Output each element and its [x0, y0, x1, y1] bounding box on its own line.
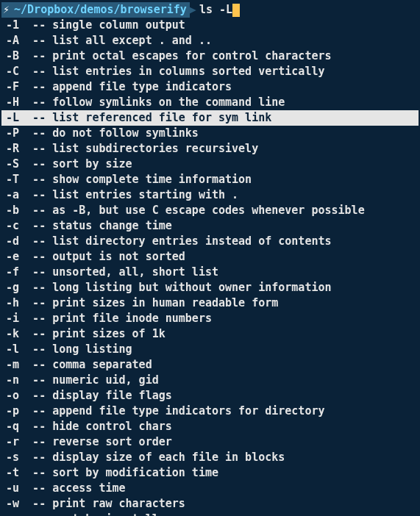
- option-separator: --: [19, 342, 52, 357]
- completion-item[interactable]: -e -- output is not sorted: [1, 249, 419, 265]
- option-description: list entries starting with .: [52, 187, 238, 203]
- completion-item[interactable]: -g -- long listing but without owner inf…: [1, 280, 419, 295]
- option-description: unsorted, all, short list: [52, 265, 218, 280]
- completion-item[interactable]: -P -- do not follow symlinks: [1, 126, 419, 141]
- option-separator: --: [19, 326, 52, 342]
- option-description: list all except . and ..: [52, 33, 212, 49]
- option-description: print file inode numbers: [52, 311, 212, 326]
- completion-item[interactable]: -x -- sort horizontally: [1, 512, 419, 516]
- option-description: list directory entries instead of conten…: [52, 234, 331, 249]
- completion-item[interactable]: -a -- list entries starting with .: [1, 187, 419, 203]
- option-flag: -H: [6, 95, 19, 110]
- option-flag: -r: [6, 434, 19, 450]
- option-description: sort by modification time: [52, 465, 218, 481]
- completion-item[interactable]: -m -- comma separated: [1, 357, 419, 373]
- option-flag: -C: [6, 64, 19, 79]
- option-flag: -s: [6, 450, 19, 465]
- option-flag: -q: [6, 419, 19, 434]
- completion-item[interactable]: -l -- long listing: [1, 342, 419, 357]
- option-description: show complete time information: [52, 172, 252, 187]
- option-flag: -B: [6, 49, 19, 64]
- option-flag: -T: [6, 172, 19, 187]
- completion-item[interactable]: -o -- display file flags: [1, 388, 419, 404]
- option-flag: -c: [6, 218, 19, 234]
- completion-item[interactable]: -n -- numeric uid, gid: [1, 373, 419, 388]
- completion-item[interactable]: -1 -- single column output: [1, 18, 419, 33]
- option-flag: -t: [6, 465, 19, 481]
- option-description: append file type indicators: [52, 79, 232, 95]
- option-description: do not follow symlinks: [52, 126, 199, 141]
- completion-item[interactable]: -f -- unsorted, all, short list: [1, 265, 419, 280]
- option-flag: -d: [6, 234, 19, 249]
- option-flag: -o: [6, 388, 19, 404]
- option-description: access time: [52, 481, 125, 496]
- option-flag: -b: [6, 203, 19, 218]
- option-flag: -u: [6, 481, 19, 496]
- option-separator: --: [19, 64, 52, 79]
- option-separator: --: [19, 496, 52, 512]
- completion-item[interactable]: -b -- as -B, but use C escape codes when…: [1, 203, 419, 218]
- completion-item[interactable]: -s -- display size of each file in block…: [1, 450, 419, 465]
- option-separator: --: [19, 157, 52, 172]
- option-separator: --: [19, 419, 52, 434]
- completion-item[interactable]: -k -- print sizes of 1k: [1, 326, 419, 342]
- option-flag: -P: [6, 126, 19, 141]
- completion-item[interactable]: -S -- sort by size: [1, 157, 419, 172]
- option-separator: --: [19, 234, 52, 249]
- option-flag: -L: [6, 110, 19, 126]
- option-flag: -g: [6, 280, 19, 295]
- option-separator: --: [19, 357, 52, 373]
- option-description: reverse sort order: [52, 434, 172, 450]
- completion-list[interactable]: -1 -- single column output-A -- list all…: [1, 18, 419, 516]
- option-flag: -l: [6, 342, 19, 357]
- option-flag: -S: [6, 157, 19, 172]
- option-description: numeric uid, gid: [52, 373, 159, 388]
- option-separator: --: [19, 280, 52, 295]
- prompt-line[interactable]: ⚡ ~/Dropbox/demos/browserify ▶ ls -L: [1, 2, 419, 18]
- option-description: as -B, but use C escape codes whenever p…: [52, 203, 364, 218]
- completion-item[interactable]: -d -- list directory entries instead of …: [1, 234, 419, 249]
- option-flag: -p: [6, 404, 19, 419]
- option-flag: -n: [6, 373, 19, 388]
- option-separator: --: [19, 388, 52, 404]
- option-flag: -e: [6, 249, 19, 265]
- option-separator: --: [19, 295, 52, 311]
- option-description: single column output: [52, 18, 185, 33]
- option-flag: -k: [6, 326, 19, 342]
- completion-item[interactable]: -T -- show complete time information: [1, 172, 419, 187]
- option-description: display file flags: [52, 388, 172, 404]
- completion-item[interactable]: -p -- append file type indicators for di…: [1, 404, 419, 419]
- completion-item[interactable]: -q -- hide control chars: [1, 419, 419, 434]
- option-description: print octal escapes for control characte…: [52, 49, 331, 64]
- option-separator: --: [19, 465, 52, 481]
- completion-item[interactable]: -A -- list all except . and ..: [1, 33, 419, 49]
- prompt-arrow-icon: ▶: [190, 2, 196, 18]
- completion-item[interactable]: -C -- list entries in columns sorted ver…: [1, 64, 419, 79]
- completion-item[interactable]: -h -- print sizes in human readable form: [1, 295, 419, 311]
- option-description: list entries in columns sorted verticall…: [52, 64, 324, 79]
- cursor: [232, 4, 240, 17]
- option-description: output is not sorted: [52, 249, 185, 265]
- option-separator: --: [19, 126, 52, 141]
- option-description: list referenced file for sym link: [52, 110, 271, 126]
- option-flag: -F: [6, 79, 19, 95]
- terminal-window[interactable]: ⚡ ~/Dropbox/demos/browserify ▶ ls -L -1 …: [0, 0, 420, 516]
- completion-item[interactable]: -u -- access time: [1, 481, 419, 496]
- option-flag: -1: [6, 18, 19, 33]
- completion-item[interactable]: -H -- follow symlinks on the command lin…: [1, 95, 419, 110]
- option-separator: --: [19, 218, 52, 234]
- completion-item[interactable]: -c -- status change time: [1, 218, 419, 234]
- completion-item[interactable]: -t -- sort by modification time: [1, 465, 419, 481]
- completion-item[interactable]: -B -- print octal escapes for control ch…: [1, 49, 419, 64]
- command-arg: -L: [219, 2, 232, 18]
- completion-item[interactable]: -i -- print file inode numbers: [1, 311, 419, 326]
- option-flag: -w: [6, 496, 19, 512]
- option-separator: --: [19, 265, 52, 280]
- completion-item[interactable]: -w -- print raw characters: [1, 496, 419, 512]
- option-description: print sizes of 1k: [52, 326, 165, 342]
- completion-item[interactable]: -r -- reverse sort order: [1, 434, 419, 450]
- completion-item[interactable]: -R -- list subdirectories recursively: [1, 141, 419, 157]
- completion-item[interactable]: -F -- append file type indicators: [1, 79, 419, 95]
- option-separator: --: [19, 434, 52, 450]
- completion-item[interactable]: -L -- list referenced file for sym link: [1, 110, 419, 126]
